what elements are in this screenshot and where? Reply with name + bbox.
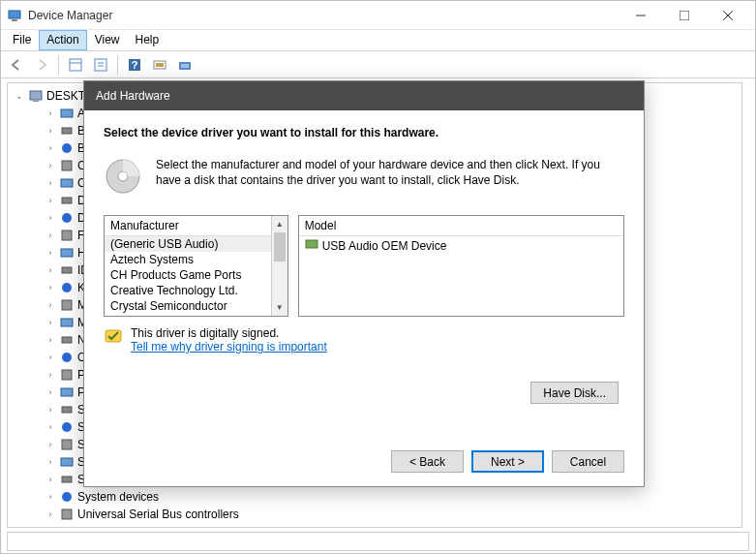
forward-button[interactable] bbox=[30, 53, 53, 77]
scroll-up-icon[interactable]: ▲ bbox=[272, 216, 287, 232]
device-icon bbox=[59, 262, 75, 278]
tree-node[interactable]: ›System devices bbox=[14, 488, 736, 506]
device-icon bbox=[59, 489, 75, 505]
chevron-right-icon[interactable]: › bbox=[45, 335, 56, 345]
svg-point-21 bbox=[62, 143, 72, 153]
menu-action[interactable]: Action bbox=[39, 30, 86, 50]
chevron-right-icon[interactable]: › bbox=[45, 405, 56, 415]
device-icon bbox=[59, 350, 75, 365]
chevron-right-icon[interactable]: › bbox=[45, 422, 56, 432]
device-icon bbox=[59, 175, 75, 191]
disc-icon bbox=[104, 157, 142, 196]
back-button[interactable] bbox=[5, 53, 28, 77]
device-manager-window: Device Manager File Action View Help ? ⌄… bbox=[0, 0, 756, 554]
tree-node[interactable]: ›Universal Serial Bus controllers bbox=[14, 506, 736, 523]
chevron-right-icon[interactable]: › bbox=[45, 283, 56, 292]
next-button[interactable]: Next > bbox=[471, 450, 544, 473]
chevron-down-icon[interactable]: ⌄ bbox=[14, 91, 25, 101]
model-header: Model bbox=[299, 216, 623, 236]
chevron-right-icon[interactable]: › bbox=[45, 265, 56, 275]
device-icon bbox=[59, 280, 75, 295]
svg-rect-39 bbox=[61, 458, 73, 466]
device-icon bbox=[59, 367, 75, 383]
chevron-right-icon[interactable]: › bbox=[45, 248, 56, 258]
chevron-right-icon[interactable]: › bbox=[45, 387, 56, 397]
close-button[interactable] bbox=[706, 1, 749, 30]
manufacturer-item[interactable]: Crystal Semiconductor bbox=[105, 298, 287, 314]
device-icon bbox=[59, 402, 75, 417]
scrollbar[interactable]: ▲ ▼ bbox=[271, 216, 287, 316]
svg-rect-3 bbox=[680, 11, 689, 20]
manufacturer-item[interactable]: (Generic USB Audio) bbox=[105, 236, 287, 252]
device-icon bbox=[59, 437, 75, 452]
svg-rect-26 bbox=[62, 231, 72, 240]
device-icon bbox=[28, 88, 44, 104]
svg-rect-24 bbox=[62, 198, 72, 203]
device-icon bbox=[305, 237, 318, 254]
svg-rect-6 bbox=[70, 59, 81, 71]
svg-rect-16 bbox=[181, 64, 189, 68]
add-hardware-button[interactable] bbox=[173, 53, 197, 77]
svg-rect-0 bbox=[9, 11, 20, 18]
chevron-right-icon[interactable]: › bbox=[45, 126, 56, 136]
svg-point-37 bbox=[62, 422, 72, 432]
show-hide-tree-button[interactable] bbox=[64, 53, 87, 77]
svg-point-25 bbox=[62, 213, 72, 223]
scan-hardware-button[interactable] bbox=[148, 53, 171, 77]
svg-rect-17 bbox=[30, 91, 42, 100]
menu-view[interactable]: View bbox=[87, 30, 128, 50]
properties-button[interactable] bbox=[89, 53, 112, 77]
device-icon bbox=[59, 419, 75, 435]
chevron-right-icon[interactable]: › bbox=[45, 370, 56, 380]
chevron-right-icon[interactable]: › bbox=[45, 475, 56, 484]
chevron-right-icon[interactable]: › bbox=[45, 300, 56, 310]
svg-rect-30 bbox=[62, 300, 72, 310]
chevron-right-icon[interactable]: › bbox=[45, 509, 56, 519]
chevron-right-icon[interactable]: › bbox=[45, 143, 56, 153]
chevron-right-icon[interactable]: › bbox=[45, 231, 56, 240]
model-listbox[interactable]: Model USB Audio OEM Device bbox=[298, 215, 624, 317]
device-icon bbox=[59, 297, 75, 313]
back-button[interactable]: < Back bbox=[391, 450, 464, 473]
chevron-right-icon[interactable]: › bbox=[45, 440, 56, 449]
chevron-right-icon[interactable]: › bbox=[45, 178, 56, 188]
chevron-right-icon[interactable]: › bbox=[45, 492, 56, 502]
chevron-right-icon[interactable]: › bbox=[45, 161, 56, 170]
have-disk-button[interactable]: Have Disk... bbox=[530, 382, 619, 404]
chevron-right-icon[interactable]: › bbox=[45, 457, 56, 467]
manufacturer-item[interactable]: CH Products Game Ports bbox=[105, 267, 287, 283]
svg-rect-45 bbox=[306, 240, 318, 248]
window-title: Device Manager bbox=[28, 9, 619, 22]
manufacturer-listbox[interactable]: Manufacturer (Generic USB Audio)Aztech S… bbox=[104, 215, 288, 317]
device-icon bbox=[59, 385, 75, 400]
chevron-right-icon[interactable]: › bbox=[45, 196, 56, 205]
minimize-button[interactable] bbox=[619, 1, 662, 30]
svg-point-41 bbox=[62, 492, 72, 502]
svg-rect-31 bbox=[61, 319, 73, 326]
menu-help[interactable]: Help bbox=[128, 30, 167, 50]
scroll-thumb[interactable] bbox=[274, 232, 286, 262]
chevron-right-icon[interactable]: › bbox=[45, 318, 56, 327]
chevron-right-icon[interactable]: › bbox=[45, 213, 56, 223]
manufacturer-item[interactable]: Creative Technology Ltd. bbox=[105, 283, 287, 298]
signed-text: This driver is digitally signed. bbox=[131, 326, 327, 340]
svg-rect-42 bbox=[62, 509, 72, 519]
model-item-label: USB Audio OEM Device bbox=[322, 239, 447, 253]
device-icon bbox=[59, 472, 75, 487]
tree-node-label: Universal Serial Bus controllers bbox=[77, 508, 239, 521]
scroll-down-icon[interactable]: ▼ bbox=[272, 299, 287, 316]
signed-link[interactable]: Tell me why driver signing is important bbox=[131, 340, 327, 354]
help-button[interactable]: ? bbox=[123, 53, 146, 77]
chevron-right-icon[interactable]: › bbox=[45, 108, 56, 118]
dialog-instruction: Select the manufacturer and model of you… bbox=[156, 157, 624, 188]
model-item[interactable]: USB Audio OEM Device bbox=[299, 236, 623, 255]
svg-rect-1 bbox=[12, 19, 17, 21]
add-hardware-dialog: Add Hardware Select the device driver yo… bbox=[83, 80, 645, 487]
chevron-right-icon[interactable]: › bbox=[45, 353, 56, 362]
svg-rect-23 bbox=[61, 179, 73, 187]
manufacturer-item[interactable]: Aztech Systems bbox=[105, 252, 287, 267]
cancel-button[interactable]: Cancel bbox=[552, 450, 624, 473]
maximize-button[interactable] bbox=[662, 1, 706, 30]
menu-file[interactable]: File bbox=[5, 30, 39, 50]
svg-text:?: ? bbox=[132, 59, 138, 71]
